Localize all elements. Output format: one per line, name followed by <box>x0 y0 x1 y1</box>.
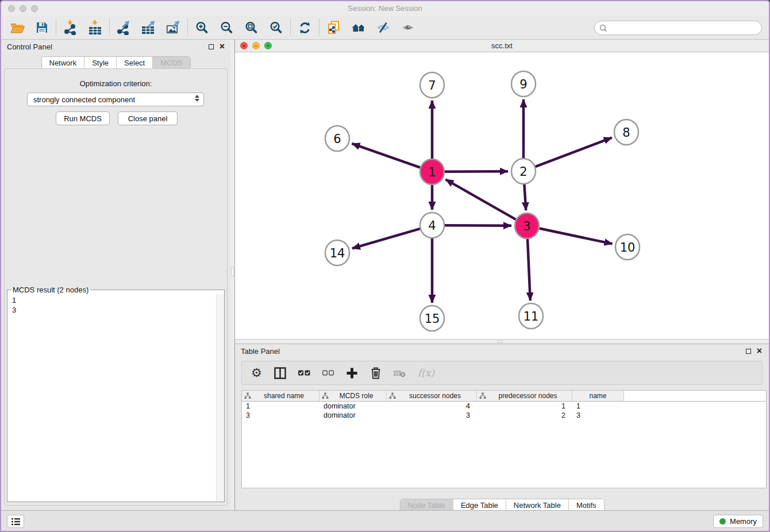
table-cell[interactable]: 4 <box>387 402 477 411</box>
mcds-result-list[interactable]: 13 <box>7 294 216 502</box>
panel-splitter-vertical[interactable] <box>230 40 235 512</box>
criterion-dropdown[interactable]: strongly connected component <box>27 92 204 106</box>
column-header-MCDS-role[interactable]: MCDS role <box>319 391 387 401</box>
graph-node-2[interactable]: 2 <box>511 159 536 184</box>
graph-node-9[interactable]: 9 <box>511 71 536 97</box>
table-cell[interactable]: 1 <box>242 402 319 411</box>
table-cell[interactable]: 1 <box>572 402 624 411</box>
table-cell[interactable]: 2 <box>477 411 572 420</box>
table-toolbar: ⚙ <box>241 361 763 385</box>
graph-node-label: 10 <box>620 241 636 255</box>
search-field[interactable] <box>594 21 762 35</box>
zoom-out-button[interactable] <box>214 17 239 38</box>
memory-button[interactable]: Memory <box>713 515 763 528</box>
table-cell[interactable]: dominator <box>319 411 387 420</box>
tab-select[interactable]: Select <box>116 57 152 69</box>
refresh-button[interactable] <box>292 17 317 38</box>
table-cell[interactable]: 3 <box>572 411 624 420</box>
float-panel-icon[interactable] <box>209 44 214 49</box>
tab-mcds[interactable]: MCDS <box>152 57 190 69</box>
graph-node-11[interactable]: 11 <box>519 303 543 329</box>
close-panel-icon[interactable]: × <box>757 348 762 354</box>
zoom-in-button[interactable] <box>190 17 214 38</box>
graph-node-10[interactable]: 10 <box>615 234 640 260</box>
import-network-button[interactable] <box>58 17 83 38</box>
result-scrollbar[interactable] <box>216 294 224 502</box>
float-panel-icon[interactable] <box>746 349 751 354</box>
column-header-successor-nodes[interactable]: successor nodes <box>387 391 477 401</box>
panel-splitter-horizontal[interactable] <box>235 339 769 344</box>
network-window-title: scc.txt <box>235 40 769 52</box>
search-input[interactable] <box>610 23 761 33</box>
table-tab-network-table[interactable]: Network Table <box>506 499 568 511</box>
network-view-window: × − + scc.txt 7968124314101511 <box>235 40 769 344</box>
save-session-button[interactable] <box>29 17 54 38</box>
graph-edge-1-6[interactable] <box>352 144 420 168</box>
import-table-button[interactable] <box>83 17 107 38</box>
graph-edge-1-2[interactable] <box>445 171 508 172</box>
table-cell[interactable]: 3 <box>387 411 477 420</box>
network-canvas[interactable]: 7968124314101511 <box>235 52 769 339</box>
column-header-name[interactable]: name <box>572 391 624 401</box>
graph-edge-2-8[interactable] <box>536 138 612 167</box>
run-mcds-button[interactable]: Run MCDS <box>56 111 110 125</box>
graph-edge-3-10[interactable] <box>540 229 613 244</box>
zoom-fit-button[interactable] <box>239 17 264 38</box>
open-session-button[interactable] <box>5 17 29 38</box>
import-table-icon <box>88 20 102 35</box>
home-view-button[interactable] <box>346 17 371 38</box>
graph-edge-2-3[interactable] <box>524 184 526 210</box>
hide-graphics-details-button[interactable] <box>371 17 395 38</box>
table-cell[interactable]: 3 <box>242 411 319 420</box>
column-header-shared-name[interactable]: shared name <box>242 391 319 401</box>
graph-node-4[interactable]: 4 <box>420 213 444 238</box>
export-table-button[interactable] <box>136 17 161 38</box>
close-panel-button[interactable]: Close panel <box>118 111 178 125</box>
graph-edge-4-3[interactable] <box>445 225 511 226</box>
plus-icon <box>346 367 358 379</box>
graph-node-14[interactable]: 14 <box>325 240 349 265</box>
close-panel-icon[interactable]: × <box>220 43 225 50</box>
show-graphics-details-button[interactable] <box>395 17 420 38</box>
tab-network[interactable]: Network <box>41 57 84 69</box>
show-column-button[interactable] <box>274 367 286 379</box>
task-list-icon <box>11 518 21 526</box>
hierarchy-icon <box>389 392 396 399</box>
splitter-grip[interactable] <box>231 267 234 276</box>
deselect-all-button[interactable] <box>322 370 334 376</box>
add-row-button[interactable] <box>346 367 358 379</box>
table-tab-edge-table[interactable]: Edge Table <box>453 499 506 511</box>
graph-node-15[interactable]: 15 <box>420 306 444 331</box>
graph-edge-4-14[interactable] <box>352 229 420 248</box>
network-window-titlebar: × − + scc.txt <box>235 40 769 52</box>
graph-edge-3-1[interactable] <box>445 179 515 219</box>
column-header-predecessor-nodes[interactable]: predecessor nodes <box>477 391 572 401</box>
copy-view-button[interactable] <box>321 17 346 38</box>
tab-style[interactable]: Style <box>84 57 116 69</box>
search-icon <box>599 24 607 32</box>
task-history-button[interactable] <box>7 515 24 528</box>
table-cell[interactable]: 1 <box>477 402 572 411</box>
graph-node-label: 8 <box>622 126 630 140</box>
table-cell[interactable]: dominator <box>319 402 387 411</box>
table-tab-node-table[interactable]: Node Table <box>400 499 453 511</box>
graph-edge-3-11[interactable] <box>528 238 530 300</box>
graph-node-1[interactable]: 1 <box>420 159 444 184</box>
table-tab-motifs[interactable]: Motifs <box>568 499 604 511</box>
export-network-button[interactable] <box>111 17 136 38</box>
select-all-button[interactable] <box>298 370 310 376</box>
control-panel: Control Panel × NetworkStyleSelectMCDS O… <box>1 40 230 512</box>
zoom-out-icon <box>220 21 233 34</box>
delete-row-button[interactable] <box>370 367 382 379</box>
zoom-selected-button[interactable] <box>264 17 288 38</box>
table-settings-button[interactable]: ⚙ <box>251 367 262 379</box>
table-row[interactable]: 1dominator411 <box>242 402 766 411</box>
table-row[interactable]: 3dominator323 <box>242 411 766 420</box>
graph-node-6[interactable]: 6 <box>325 126 349 151</box>
splitter-grip[interactable] <box>498 340 502 343</box>
graph-node-7[interactable]: 7 <box>420 72 444 98</box>
graph-node-3[interactable]: 3 <box>515 213 539 238</box>
application-window: Session: New Session <box>0 0 770 532</box>
graph-node-8[interactable]: 8 <box>614 119 638 145</box>
export-image-button[interactable] <box>161 17 186 38</box>
